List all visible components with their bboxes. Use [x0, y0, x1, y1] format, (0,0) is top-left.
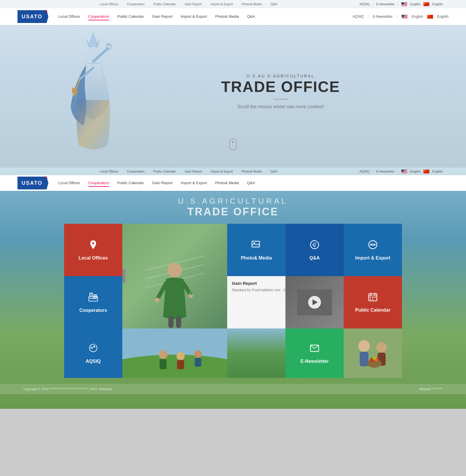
calendar-icon	[368, 292, 378, 305]
top-enewsletter[interactable]: E-Newsletter	[376, 2, 395, 6]
svg-point-65	[176, 352, 185, 360]
svg-rect-64	[160, 359, 167, 369]
header-lang-en-us[interactable]: English	[412, 15, 423, 19]
bottom-nav-item-public-calendar[interactable]: Public Calendar	[117, 180, 144, 187]
bottom-nav-cooperators[interactable]: Cooperators	[127, 170, 145, 173]
header-aqsiq[interactable]: AQSIQ	[352, 15, 363, 19]
bottom-nav-item-local-offices[interactable]: Local Offices	[58, 180, 80, 187]
bottom-flag-cn-icon	[423, 170, 429, 173]
top-nav-cooperators[interactable]: Cooperators	[127, 2, 145, 6]
bottom-logo-red-arrow	[45, 176, 48, 178]
bg-heading-line2: TRADE OFFICE	[0, 206, 466, 218]
location-icon	[88, 239, 98, 253]
bottom-nav-photo-media[interactable]: Photo& Media	[242, 170, 262, 173]
import-export-icon	[368, 239, 378, 253]
top-nav-qa[interactable]: Q&A	[271, 2, 277, 6]
bottom-nav-import-export[interactable]: Import & Export	[211, 170, 233, 173]
nav-gain-report[interactable]: Gain Report	[152, 13, 172, 20]
tile-photo-media-label: Photo& Media	[241, 255, 272, 261]
svg-rect-37	[95, 295, 96, 296]
svg-rect-33	[90, 295, 91, 296]
bottom-nav-public-calendar[interactable]: Public Calendar	[153, 170, 176, 173]
svg-point-71	[358, 340, 370, 352]
tile-main-photo[interactable]: ❮	[122, 224, 227, 328]
tile-qa-label: Q&A	[309, 255, 320, 261]
logo[interactable]: USATO	[17, 10, 47, 23]
top-nav-import-export[interactable]: Import & Export	[211, 2, 233, 6]
nav-cooperators[interactable]: Cooperators	[88, 13, 109, 20]
svg-rect-56	[370, 299, 371, 300]
nav-qa[interactable]: Q&A	[247, 13, 255, 20]
tile-farm-photo[interactable]	[122, 328, 285, 378]
market-photo-image	[344, 328, 402, 378]
tile-video[interactable]	[285, 276, 344, 328]
top-nav-gain-report[interactable]: Gain Report	[185, 2, 202, 6]
svg-rect-30	[90, 293, 93, 296]
svg-rect-39	[95, 297, 96, 297]
statue-illustration	[58, 29, 128, 152]
tile-public-calendar-label: Public Calendar	[355, 308, 391, 313]
bottom-nav-local-offices[interactable]: Local Offices	[100, 170, 118, 173]
nav-import-export[interactable]: Import & Export	[181, 13, 207, 20]
tile-enewsletter[interactable]: E-Newsletter	[285, 328, 344, 378]
bottom-nav-gain-report[interactable]: Gain Report	[185, 170, 202, 173]
bottom-nav-item-qa[interactable]: Q&A	[247, 180, 255, 187]
flag-cn-icon	[423, 2, 429, 6]
tile-import-export[interactable]: Import & Export	[344, 224, 402, 276]
bottom-flag-us-icon	[401, 170, 407, 173]
nav-photo-media[interactable]: Photo& Media	[215, 13, 239, 20]
top-lang-en-us[interactable]: English	[410, 2, 421, 6]
scroll-icon	[229, 138, 237, 150]
main-header: USATO Local Offices Cooperators Public C…	[0, 8, 466, 25]
bottom-enewsletter[interactable]: E-Newsletter	[376, 170, 395, 173]
bottom-lang-en-us[interactable]: English	[410, 170, 421, 173]
section-bottom: Local Offices Cooperators Public Calenda…	[0, 168, 466, 409]
bottom-nav-qa[interactable]: Q&A	[271, 170, 277, 173]
svg-rect-32	[91, 294, 92, 294]
header-lang-en-cn[interactable]: English	[437, 15, 449, 19]
hero-us-prefix: U.S.A	[246, 74, 262, 78]
svg-point-78	[373, 356, 376, 360]
carousel-prev-arrow[interactable]: ❮	[122, 269, 125, 283]
bottom-main-navigation: Local Offices Cooperators Public Calenda…	[58, 180, 449, 187]
tile-local-offices-label: Local Offices	[79, 255, 108, 261]
top-nav-photo-media[interactable]: Photo& Media	[242, 2, 262, 6]
nav-public-calendar[interactable]: Public Calendar	[117, 13, 144, 20]
gain-report-title: Gain Report	[232, 281, 257, 286]
header-flag-us-icon	[402, 15, 407, 19]
tile-qa[interactable]: Q ? Q&A	[285, 224, 344, 276]
svg-rect-44	[94, 298, 95, 299]
hero-divider	[273, 99, 288, 100]
hero-section: U.S.AU.S.AGRICULTURAL TRADE OFFICE Scrol…	[0, 25, 466, 156]
svg-rect-34	[91, 295, 92, 296]
tile-aqsiq[interactable]: M AQSIQ	[64, 328, 122, 378]
tile-cooperators[interactable]: Cooperators	[64, 276, 122, 328]
tile-public-calendar[interactable]: Public Calendar	[344, 276, 402, 328]
flag-us-icon	[401, 2, 407, 6]
bottom-lang-en-cn[interactable]: English	[432, 170, 443, 173]
tile-market-photo[interactable]	[344, 328, 402, 378]
top-nav-local-offices[interactable]: Local Offices	[100, 2, 118, 6]
top-lang-en-cn[interactable]: English	[432, 2, 443, 6]
bottom-nav-item-cooperators[interactable]: Cooperators	[88, 180, 109, 187]
bottom-aqsiq[interactable]: AQSIQ	[359, 170, 370, 173]
bg-heading: U.S.AGRICULTURAL TRADE OFFICE	[0, 191, 466, 218]
bottom-nav-item-import-export[interactable]: Import & Export	[181, 180, 207, 187]
tile-cooperators-label: Cooperators	[79, 308, 107, 313]
top-nav-public-calendar[interactable]: Public Calendar	[153, 2, 176, 6]
nav-local-offices[interactable]: Local Offices	[58, 13, 80, 20]
header-enewsletter[interactable]: E-Newsletter	[373, 15, 393, 19]
aqsiq-icon: M	[88, 343, 98, 356]
bottom-logo[interactable]: USATO	[17, 177, 47, 189]
tile-photo-media[interactable]: Photo& Media	[227, 224, 285, 276]
svg-marker-28	[375, 244, 376, 246]
tile-import-export-label: Import & Export	[355, 255, 391, 261]
bottom-nav-item-photo-media[interactable]: Photo& Media	[215, 180, 239, 187]
play-button[interactable]	[308, 296, 321, 309]
top-aqsiq[interactable]: AQSIQ	[359, 2, 370, 6]
svg-rect-68	[195, 358, 201, 367]
svg-rect-55	[375, 297, 376, 298]
tile-local-offices[interactable]: Local Offices	[64, 224, 122, 276]
bottom-nav-item-gain-report[interactable]: Gain Report	[152, 180, 172, 187]
statue-figure	[50, 25, 137, 156]
